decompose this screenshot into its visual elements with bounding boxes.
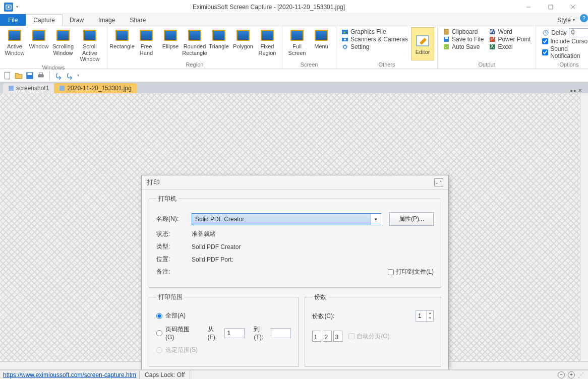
printer-legend: 打印机 xyxy=(156,195,179,203)
print-to-file-label: 打印到文件(L) xyxy=(396,268,434,276)
svg-point-1 xyxy=(8,6,10,8)
properties-button[interactable]: 属性(P)... xyxy=(389,212,434,226)
clipboard-button[interactable]: Clipboard xyxy=(443,28,484,35)
help-icon[interactable]: ? xyxy=(580,14,588,22)
range-selection-radio xyxy=(156,347,162,353)
copies-count-label: 份数(C): xyxy=(312,312,334,321)
tab-active-doc[interactable]: 2020-11-20_153301.jpg xyxy=(54,83,136,93)
tab-nav[interactable]: ◂ ▸ ✕ xyxy=(567,88,585,93)
group-label-others: Others xyxy=(339,60,434,69)
maximize-button[interactable] xyxy=(540,0,562,14)
to-input[interactable] xyxy=(271,328,291,338)
freehand-button[interactable]: FreeHand xyxy=(135,27,158,60)
svg-rect-3 xyxy=(549,5,553,9)
range-fieldset: 打印范围 全部(A) 页码范围(G) 从(F): 到(T): 选定范围(S) xyxy=(149,293,299,367)
setting-button[interactable]: Setting xyxy=(341,43,408,50)
status-label: 状态: xyxy=(156,230,192,238)
tab-capture[interactable]: Capture xyxy=(26,14,63,26)
printer-select[interactable]: Solid PDF Creator▾ xyxy=(192,213,381,225)
menu-capture-button[interactable]: Menu xyxy=(310,27,333,60)
copies-legend: 份数 xyxy=(312,293,328,301)
main-menu: File Capture Draw Image Share Style▾ ? xyxy=(0,14,588,26)
scanners-cameras-button[interactable]: Scanners & Cameras xyxy=(341,36,408,43)
include-cursor-checkbox[interactable] xyxy=(542,38,548,44)
status-value: 准备就绪 xyxy=(192,230,216,238)
print-icon[interactable] xyxy=(36,71,45,80)
printer-fieldset: 打印机 名称(N): Solid PDF Creator▾ 属性(P)... 状… xyxy=(149,195,441,288)
caps-lock-status: Caps Lock: Off xyxy=(140,371,190,378)
print-dialog: 打印 ⌄⌃ 打印机 名称(N): Solid PDF Creator▾ 属性(P… xyxy=(141,175,449,370)
powerpoint-button[interactable]: PPower Point xyxy=(489,36,531,43)
window-button[interactable]: Window xyxy=(27,27,50,64)
svg-point-10 xyxy=(343,45,346,48)
group-label-screen: Screen xyxy=(285,60,333,69)
fixed-region-button[interactable]: FixedRegion xyxy=(256,27,279,60)
svg-rect-26 xyxy=(28,73,32,75)
range-selection-label: 选定范围(S) xyxy=(165,346,198,354)
arrow-down-icon[interactable]: ▾ xyxy=(16,5,18,9)
svg-rect-28 xyxy=(39,73,43,74)
status-link[interactable]: https://www.eximioussoft.com/screen-capt… xyxy=(0,371,139,378)
svg-text:W: W xyxy=(490,28,496,35)
save-icon[interactable] xyxy=(25,71,34,80)
zoom-in-button[interactable]: + xyxy=(568,371,575,378)
full-screen-button[interactable]: FullScreen xyxy=(285,27,309,60)
editor-button[interactable]: Editor xyxy=(411,27,434,60)
tab-image[interactable]: Image xyxy=(91,14,123,26)
ellipse-button[interactable]: Ellipse xyxy=(159,27,182,60)
canvas-area[interactable]: Finish 打印 ⌄⌃ 打印机 名称(N): Solid PDF Creato… xyxy=(0,93,588,370)
copies-spinner[interactable]: ▴▾ xyxy=(416,310,434,322)
range-pages-label: 页码范围(G) xyxy=(165,325,196,341)
resize-grip-icon[interactable]: ⋰ xyxy=(578,371,584,378)
auto-save-button[interactable]: Auto Save xyxy=(443,43,484,50)
word-button[interactable]: WWord xyxy=(489,28,531,35)
tab-share[interactable]: Share xyxy=(123,14,153,26)
range-all-radio[interactable] xyxy=(156,313,162,319)
close-button[interactable] xyxy=(562,0,584,14)
new-icon[interactable] xyxy=(3,71,12,80)
active-window-button[interactable]: ActiveWindow xyxy=(3,27,26,64)
polygon-button[interactable]: Polygon xyxy=(231,27,255,60)
triangle-button[interactable]: Triangle xyxy=(207,27,230,60)
print-to-file-checkbox[interactable] xyxy=(388,269,394,275)
location-label: 位置: xyxy=(156,255,192,264)
type-label: 类型: xyxy=(156,242,192,251)
rectangle-button[interactable]: Rectangle xyxy=(110,27,134,60)
doc-icon xyxy=(59,85,65,91)
svg-rect-24 xyxy=(5,72,10,79)
copies-fieldset: 份数 份数(C): ▴▾ 1 2 3 自动分页(O) xyxy=(305,293,441,367)
file-menu[interactable]: File xyxy=(0,14,26,26)
dialog-close-button[interactable]: ⌄⌃ xyxy=(434,178,443,186)
group-label-region: Region xyxy=(110,60,279,69)
svg-point-9 xyxy=(344,39,346,41)
scrolling-window-button[interactable]: ScrollingWindow xyxy=(51,27,75,64)
zoom-out-button[interactable]: − xyxy=(558,371,565,378)
minimize-button[interactable] xyxy=(517,0,540,14)
graphics-file-button[interactable]: Graphics File xyxy=(341,28,408,35)
save-to-file-button[interactable]: Save to File xyxy=(443,36,484,43)
undo-icon[interactable] xyxy=(54,71,63,80)
redo-icon[interactable] xyxy=(65,71,74,80)
collate-preview: 1 2 3 xyxy=(312,331,342,342)
clock-icon xyxy=(542,29,549,36)
style-menu[interactable]: Style▾ xyxy=(552,14,580,26)
svg-text:P: P xyxy=(490,36,494,42)
open-icon[interactable] xyxy=(14,71,23,80)
excel-button[interactable]: XExcel xyxy=(489,43,531,50)
rounded-rectangle-button[interactable]: RoundedRectangle xyxy=(183,27,206,60)
tab-draw[interactable]: Draw xyxy=(63,14,91,26)
ribbon: ActiveWindow Window ScrollingWindow Scro… xyxy=(0,26,588,69)
printer-name-label: 名称(N): xyxy=(156,215,192,223)
from-input[interactable] xyxy=(224,328,245,338)
delay-select[interactable]: 0 xyxy=(569,28,588,37)
sound-checkbox[interactable] xyxy=(542,49,548,55)
range-pages-radio[interactable] xyxy=(156,330,162,336)
svg-rect-15 xyxy=(445,37,448,39)
window-title: EximiousSoft Screen Capture - [2020-11-2… xyxy=(20,4,517,11)
app-icon xyxy=(4,3,13,12)
tab-screenshot1[interactable]: screenshot1 xyxy=(3,83,54,93)
delay-label: Delay xyxy=(551,29,567,36)
vertical-scrollbar[interactable] xyxy=(580,93,588,369)
scroll-active-window-button[interactable]: Scroll ActiveWindow xyxy=(76,27,104,64)
svg-text:X: X xyxy=(490,43,494,50)
